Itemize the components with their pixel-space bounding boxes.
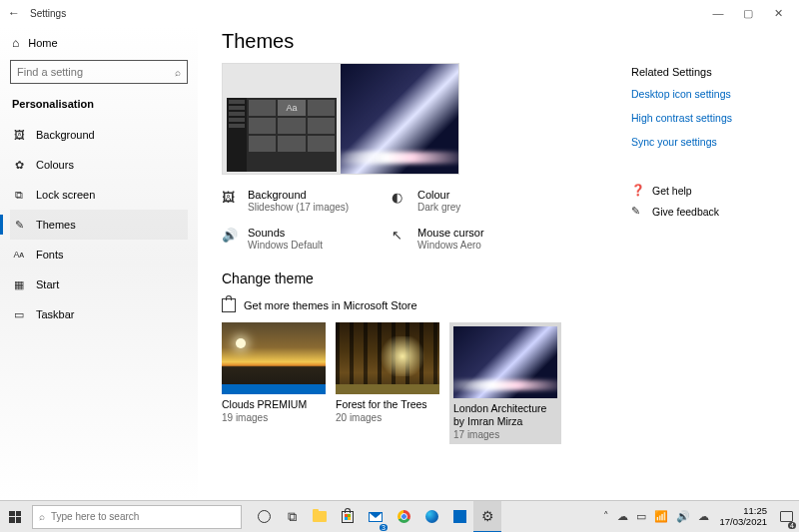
sidebar-item-label: Fonts bbox=[36, 249, 64, 261]
sidebar-item-start[interactable]: ▦ Start bbox=[10, 269, 188, 299]
theme-card-clouds[interactable]: Clouds PREMIUM 19 images bbox=[222, 322, 326, 444]
taskbar-app-edge[interactable] bbox=[417, 501, 445, 533]
action-center-button[interactable]: 4 bbox=[773, 501, 799, 533]
give-feedback-link[interactable]: ✎ Give feedback bbox=[631, 205, 781, 218]
weather-icon[interactable]: ☁ bbox=[698, 510, 709, 523]
store-link-label: Get more themes in Microsoft Store bbox=[244, 299, 417, 311]
option-cursor[interactable]: ↖ Mouse cursor Windows Aero bbox=[392, 227, 561, 251]
tray-overflow-icon[interactable]: ˄ bbox=[603, 510, 609, 523]
system-tray[interactable]: ˄ ☁ ▭ 📶 🔊 ☁ bbox=[599, 510, 713, 523]
window-titlebar: ← Settings — ▢ ✕ bbox=[0, 0, 799, 26]
option-label: Sounds bbox=[248, 227, 323, 239]
get-help-label: Get help bbox=[652, 185, 692, 197]
option-value: Dark grey bbox=[417, 202, 460, 213]
theme-preview: Aa bbox=[222, 63, 459, 175]
theme-card-london[interactable]: London Architecture by Imran Mirza 17 im… bbox=[449, 322, 561, 444]
palette-icon: ◐ bbox=[392, 190, 407, 205]
sidebar-item-lockscreen[interactable]: ⧉ Lock screen bbox=[10, 180, 188, 210]
clock-time: 11:25 bbox=[743, 506, 767, 516]
notification-icon bbox=[780, 511, 793, 522]
minimize-button[interactable]: — bbox=[703, 7, 733, 19]
option-label: Mouse cursor bbox=[417, 227, 484, 239]
sidebar-item-label: Lock screen bbox=[36, 189, 95, 201]
taskbar-app-mail[interactable]: 3 bbox=[362, 501, 390, 533]
taskbar-search[interactable]: ⌕ bbox=[32, 505, 242, 529]
volume-icon[interactable]: 🔊 bbox=[676, 510, 690, 523]
theme-name: Clouds PREMIUM bbox=[222, 398, 326, 411]
task-view-icon: ⧉ bbox=[288, 509, 297, 525]
theme-name: Forest for the Trees bbox=[336, 398, 439, 411]
option-colour[interactable]: ◐ Colour Dark grey bbox=[392, 189, 561, 213]
fonts-icon: Aᴀ bbox=[12, 250, 26, 260]
get-help-link[interactable]: ❓ Get help bbox=[631, 184, 781, 197]
theme-count: 20 images bbox=[336, 412, 439, 423]
themes-icon: ✎ bbox=[12, 219, 26, 232]
lock-screen-icon: ⧉ bbox=[12, 189, 26, 202]
option-value: Windows Aero bbox=[417, 240, 484, 251]
taskbar-app-chrome[interactable] bbox=[390, 501, 417, 533]
related-link-sync[interactable]: Sync your settings bbox=[631, 136, 781, 148]
taskbar-app-store[interactable] bbox=[334, 501, 362, 533]
sidebar-home-label: Home bbox=[28, 37, 57, 49]
taskbar-app-settings[interactable]: ⚙ bbox=[473, 501, 501, 533]
find-setting-search[interactable]: ⌕ bbox=[10, 60, 188, 84]
onedrive-icon[interactable]: ☁ bbox=[617, 510, 628, 523]
maximize-button[interactable]: ▢ bbox=[733, 7, 763, 20]
feedback-icon: ✎ bbox=[631, 205, 644, 218]
change-theme-heading: Change theme bbox=[222, 270, 631, 286]
cursor-icon: ↖ bbox=[392, 228, 407, 243]
theme-card-forest[interactable]: Forest for the Trees 20 images bbox=[336, 322, 439, 444]
chrome-icon bbox=[398, 510, 410, 523]
theme-count: 17 images bbox=[453, 429, 557, 440]
store-icon bbox=[222, 298, 236, 312]
sidebar-item-colours[interactable]: ✿ Colours bbox=[10, 150, 188, 180]
picture-icon: 🖼 bbox=[222, 190, 238, 205]
option-sounds[interactable]: 🔊 Sounds Windows Default bbox=[222, 227, 392, 251]
taskbar-search-input[interactable] bbox=[51, 511, 235, 522]
taskbar-clock[interactable]: 11:25 17/03/2021 bbox=[713, 506, 773, 527]
taskbar-app-explorer[interactable] bbox=[306, 501, 334, 533]
store-icon bbox=[342, 511, 354, 523]
option-background[interactable]: 🖼 Background Slideshow (17 images) bbox=[222, 189, 392, 213]
palette-icon: ✿ bbox=[12, 159, 26, 172]
cortana-icon bbox=[258, 510, 271, 523]
sidebar: ⌂ Home ⌕ Personalisation 🖼 Background ✿ … bbox=[0, 26, 198, 500]
sidebar-item-background[interactable]: 🖼 Background bbox=[10, 120, 188, 150]
picture-icon: 🖼 bbox=[12, 129, 26, 141]
search-icon: ⌕ bbox=[39, 511, 45, 522]
start-icon: ▦ bbox=[12, 278, 26, 291]
sidebar-item-fonts[interactable]: Aᴀ Fonts bbox=[10, 240, 188, 269]
windows-logo-icon bbox=[9, 511, 21, 523]
cortana-button[interactable] bbox=[250, 501, 278, 533]
mail-icon bbox=[369, 512, 383, 522]
sidebar-home[interactable]: ⌂ Home bbox=[10, 32, 188, 60]
find-setting-input[interactable] bbox=[17, 66, 175, 78]
related-link-high-contrast[interactable]: High contrast settings bbox=[631, 112, 781, 124]
related-link-desktop-icons[interactable]: Desktop icon settings bbox=[631, 88, 781, 100]
sidebar-item-themes[interactable]: ✎ Themes bbox=[10, 210, 188, 240]
sidebar-item-taskbar[interactable]: ▭ Taskbar bbox=[10, 299, 188, 329]
sidebar-item-label: Taskbar bbox=[36, 308, 75, 320]
related-panel: Related Settings Desktop icon settings H… bbox=[631, 30, 781, 500]
theme-thumbnail bbox=[222, 322, 326, 394]
notification-badge: 4 bbox=[788, 522, 796, 529]
theme-thumbnail bbox=[453, 326, 557, 398]
option-label: Background bbox=[248, 189, 349, 201]
sidebar-item-label: Background bbox=[36, 129, 95, 141]
task-view-button[interactable]: ⧉ bbox=[278, 501, 306, 533]
theme-count: 19 images bbox=[222, 412, 326, 423]
start-button[interactable] bbox=[0, 501, 30, 533]
meet-now-icon[interactable]: ▭ bbox=[636, 510, 646, 523]
content-main: Themes Aa 🖼 Background Slideshow (17 ima… bbox=[222, 30, 631, 500]
edge-icon bbox=[425, 510, 438, 523]
related-heading: Related Settings bbox=[631, 66, 781, 78]
network-icon[interactable]: 📶 bbox=[654, 510, 668, 523]
taskbar-app-generic[interactable] bbox=[445, 501, 473, 533]
folder-icon bbox=[313, 511, 327, 522]
window-title: Settings bbox=[30, 8, 66, 19]
mail-badge: 3 bbox=[380, 524, 388, 531]
close-button[interactable]: ✕ bbox=[763, 7, 793, 20]
back-button[interactable]: ← bbox=[6, 6, 22, 20]
sidebar-item-label: Themes bbox=[36, 219, 76, 231]
store-link[interactable]: Get more themes in Microsoft Store bbox=[222, 298, 631, 312]
